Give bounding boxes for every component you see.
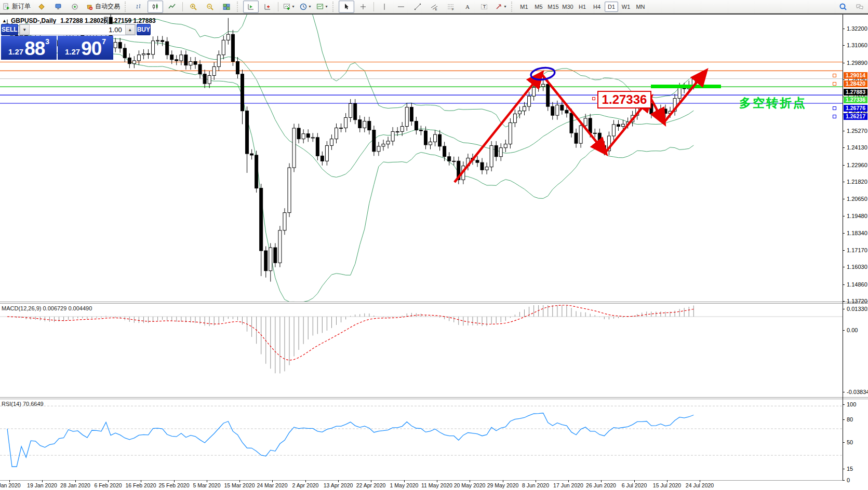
trend-arrow-annotation[interactable] (664, 72, 705, 122)
market-watch-icon (55, 3, 62, 10)
rsi-tick-mark (843, 442, 845, 443)
main-price-chart[interactable] (0, 15, 843, 302)
date-tick-label: 6 Jul 2020 (622, 482, 647, 488)
timeframe-m1-button[interactable]: M1 (517, 2, 531, 12)
chart-shift-button[interactable] (243, 1, 259, 13)
buy-price-display[interactable]: 1.27 90 7 (58, 36, 113, 60)
candlestick (222, 40, 225, 55)
price-level-label: 1.26776 (844, 105, 867, 112)
date-tick-label: 17 Jun 2020 (553, 482, 583, 488)
candlestick (212, 66, 216, 75)
candlestick (170, 55, 173, 60)
timeframe-h4-button[interactable]: H4 (590, 2, 604, 12)
candlestick (236, 61, 239, 74)
horizontal-line-button[interactable] (393, 1, 409, 13)
candlestick (443, 146, 446, 157)
timeframe-mn-button[interactable]: MN (634, 2, 647, 12)
candlestick (372, 130, 376, 152)
chart-shift-icon (247, 3, 255, 10)
candlestick-button[interactable] (148, 1, 163, 13)
tile-windows-button[interactable] (219, 1, 234, 13)
trendline-icon (414, 3, 421, 10)
candlestick (485, 167, 488, 170)
auto-scroll-button[interactable] (260, 1, 275, 13)
signals-button[interactable] (67, 1, 83, 13)
cursor-button[interactable] (339, 1, 354, 13)
price-level-label: 1.28420 (844, 80, 867, 87)
candlestick (528, 96, 531, 106)
line-chart-button[interactable] (164, 1, 180, 13)
label-button[interactable]: T (476, 1, 492, 13)
price-tick-mark (843, 284, 845, 285)
volume-input[interactable] (30, 24, 125, 35)
new-order-icon (3, 3, 10, 10)
new-chart-button[interactable]: ▾ (281, 1, 297, 13)
market-watch-button[interactable] (50, 1, 66, 13)
chart-window[interactable]: ▲ GBPUSD-,Daily 1.27288 1.28026 1.27159 … (0, 13, 868, 490)
search-button[interactable] (835, 1, 851, 13)
price-tick-mark (843, 131, 845, 131)
timeframe-d1-button[interactable]: D1 (605, 2, 618, 12)
rsi-indicator-panel[interactable] (0, 400, 843, 480)
zoom-in-button[interactable] (185, 1, 201, 13)
macd-indicator-panel[interactable] (0, 304, 843, 397)
timeframe-h1-button[interactable]: H1 (576, 2, 589, 12)
profiles-button[interactable]: ▾ (298, 1, 313, 13)
line-handle[interactable] (833, 82, 836, 86)
candlestick (400, 126, 404, 131)
autotrading-button[interactable]: 自动交易 (84, 1, 122, 13)
annotation-anchor[interactable] (592, 97, 595, 100)
toolbar-separator (373, 2, 374, 11)
gold-button[interactable] (34, 1, 49, 13)
date-tick-mark (338, 480, 339, 482)
toolbar-separator (125, 2, 128, 12)
candlestick (349, 103, 352, 117)
timeframe-m15-button[interactable]: M15 (546, 2, 560, 12)
arrows-button[interactable]: ▾ (493, 1, 509, 13)
indicators-button[interactable]: ▾ (314, 1, 330, 13)
bar-chart-button[interactable] (131, 1, 146, 13)
collapse-triangle-icon[interactable]: ▲ (2, 18, 7, 23)
toolbar-separator (278, 2, 278, 11)
date-tick-mark (272, 480, 273, 482)
sell-price-display[interactable]: 1.27 88 3 (1, 36, 57, 60)
chat-button[interactable] (852, 1, 867, 13)
new-chart-icon (283, 3, 290, 10)
channel-button[interactable]: E (426, 1, 442, 13)
price-tick-label: 1.29890 (847, 60, 867, 66)
date-tick-label: 19 Jan 2020 (27, 482, 57, 488)
panel-separator[interactable] (0, 397, 868, 398)
candlestick (189, 61, 192, 65)
panel-separator[interactable] (0, 302, 868, 302)
price-tick-mark (843, 301, 845, 302)
line-handle[interactable] (833, 74, 836, 77)
vertical-line-button[interactable] (377, 1, 392, 13)
timeframe-w1-button[interactable]: W1 (619, 2, 633, 12)
line-handle[interactable] (833, 115, 836, 118)
line-handle[interactable] (833, 106, 836, 110)
price-tick-mark (843, 233, 845, 234)
fibonacci-button[interactable]: F (443, 1, 459, 13)
turning-point-note[interactable]: 多空转折点 (739, 95, 807, 111)
timeframe-m5-button[interactable]: M5 (532, 2, 545, 12)
candlestick (330, 139, 333, 146)
volume-increase-button[interactable]: ▲ (125, 24, 135, 35)
timeframe-m30-button[interactable]: M30 (561, 2, 575, 12)
volume-decrease-button[interactable]: ▼ (20, 24, 30, 35)
new-order-button[interactable]: 新订单 (1, 1, 33, 13)
trendline-button[interactable] (410, 1, 425, 13)
price-tick-mark (843, 147, 845, 148)
zoom-out-button[interactable] (202, 1, 218, 13)
search-icon (839, 3, 847, 10)
trend-arrow-annotation[interactable] (455, 74, 541, 182)
candlestick (368, 121, 371, 130)
candlestick (593, 133, 596, 133)
sell-button[interactable]: SELL (1, 24, 18, 35)
text-button[interactable]: A (460, 1, 475, 13)
price-annotation-box[interactable]: 1.27336 (597, 91, 651, 108)
date-tick-label: 20 May 2020 (454, 482, 486, 488)
candlestick (499, 148, 502, 157)
crosshair-button[interactable] (355, 1, 371, 13)
candlestick (246, 111, 249, 154)
buy-button[interactable]: BUY (137, 24, 151, 35)
